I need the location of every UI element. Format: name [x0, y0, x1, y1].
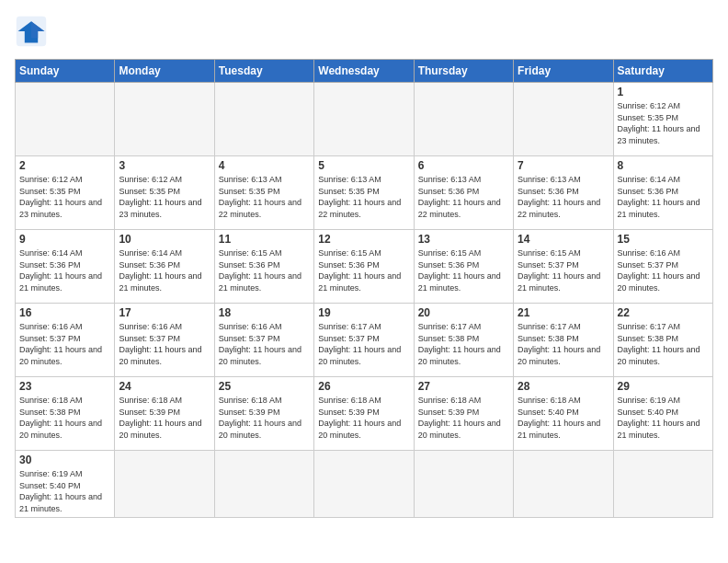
day-info: Sunrise: 6:13 AMSunset: 5:36 PMDaylight:…: [418, 174, 509, 220]
day-info: Sunrise: 6:16 AMSunset: 5:37 PMDaylight:…: [219, 321, 310, 367]
day-number: 8: [618, 159, 709, 172]
day-number: 17: [119, 306, 210, 319]
calendar-cell: [214, 451, 313, 518]
logo: [15, 15, 53, 48]
day-number: 21: [518, 306, 609, 319]
day-header-monday: Monday: [115, 60, 214, 83]
calendar-week-row: 1Sunrise: 6:12 AMSunset: 5:35 PMDaylight…: [16, 83, 713, 156]
calendar-cell: 1Sunrise: 6:12 AMSunset: 5:35 PMDaylight…: [613, 83, 712, 156]
day-number: 22: [618, 306, 709, 319]
calendar-cell: [115, 83, 214, 156]
calendar-cell: [314, 83, 414, 156]
day-info: Sunrise: 6:15 AMSunset: 5:37 PMDaylight:…: [518, 247, 609, 293]
day-info: Sunrise: 6:12 AMSunset: 5:35 PMDaylight:…: [119, 174, 210, 220]
day-info: Sunrise: 6:17 AMSunset: 5:37 PMDaylight:…: [318, 321, 409, 367]
calendar-cell: 26Sunrise: 6:18 AMSunset: 5:39 PMDayligh…: [314, 377, 414, 451]
calendar-cell: 9Sunrise: 6:14 AMSunset: 5:36 PMDaylight…: [16, 230, 115, 304]
day-info: Sunrise: 6:18 AMSunset: 5:39 PMDaylight:…: [219, 395, 310, 441]
day-number: 10: [119, 233, 210, 246]
calendar-cell: 12Sunrise: 6:15 AMSunset: 5:36 PMDayligh…: [314, 230, 414, 304]
day-number: 16: [19, 306, 110, 319]
day-number: 28: [518, 380, 609, 393]
calendar-cell: 5Sunrise: 6:13 AMSunset: 5:35 PMDaylight…: [314, 156, 414, 230]
calendar-header-row: SundayMondayTuesdayWednesdayThursdayFrid…: [16, 60, 713, 83]
day-header-saturday: Saturday: [613, 60, 712, 83]
day-number: 5: [318, 159, 409, 172]
calendar-cell: 19Sunrise: 6:17 AMSunset: 5:37 PMDayligh…: [314, 304, 414, 377]
day-info: Sunrise: 6:14 AMSunset: 5:36 PMDaylight:…: [618, 174, 709, 220]
day-header-tuesday: Tuesday: [214, 60, 313, 83]
calendar-cell: [514, 451, 613, 518]
day-number: 24: [119, 380, 210, 393]
calendar-cell: 15Sunrise: 6:16 AMSunset: 5:37 PMDayligh…: [613, 230, 712, 304]
calendar-cell: 11Sunrise: 6:15 AMSunset: 5:36 PMDayligh…: [214, 230, 313, 304]
calendar-cell: 8Sunrise: 6:14 AMSunset: 5:36 PMDaylight…: [613, 156, 712, 230]
calendar-cell: [414, 83, 513, 156]
calendar-cell: 30Sunrise: 6:19 AMSunset: 5:40 PMDayligh…: [16, 451, 115, 518]
calendar-table: SundayMondayTuesdayWednesdayThursdayFrid…: [15, 59, 713, 518]
day-info: Sunrise: 6:17 AMSunset: 5:38 PMDaylight:…: [418, 321, 509, 367]
day-info: Sunrise: 6:14 AMSunset: 5:36 PMDaylight:…: [19, 247, 110, 293]
calendar-cell: 20Sunrise: 6:17 AMSunset: 5:38 PMDayligh…: [414, 304, 513, 377]
calendar-cell: 2Sunrise: 6:12 AMSunset: 5:35 PMDaylight…: [16, 156, 115, 230]
day-info: Sunrise: 6:12 AMSunset: 5:35 PMDaylight:…: [618, 100, 709, 146]
calendar-cell: [115, 451, 214, 518]
day-number: 3: [119, 159, 210, 172]
calendar-cell: 29Sunrise: 6:19 AMSunset: 5:40 PMDayligh…: [613, 377, 712, 451]
calendar-cell: [613, 451, 712, 518]
day-header-wednesday: Wednesday: [314, 60, 414, 83]
calendar-week-row: 2Sunrise: 6:12 AMSunset: 5:35 PMDaylight…: [16, 156, 713, 230]
day-header-friday: Friday: [514, 60, 613, 83]
day-number: 25: [219, 380, 310, 393]
calendar-week-row: 16Sunrise: 6:16 AMSunset: 5:37 PMDayligh…: [16, 304, 713, 377]
day-info: Sunrise: 6:14 AMSunset: 5:36 PMDaylight:…: [119, 247, 210, 293]
calendar-cell: 24Sunrise: 6:18 AMSunset: 5:39 PMDayligh…: [115, 377, 214, 451]
day-number: 29: [618, 380, 709, 393]
day-number: 14: [518, 233, 609, 246]
day-info: Sunrise: 6:18 AMSunset: 5:39 PMDaylight:…: [119, 395, 210, 441]
calendar-cell: 6Sunrise: 6:13 AMSunset: 5:36 PMDaylight…: [414, 156, 513, 230]
day-number: 18: [219, 306, 310, 319]
calendar-cell: 17Sunrise: 6:16 AMSunset: 5:37 PMDayligh…: [115, 304, 214, 377]
day-number: 20: [418, 306, 509, 319]
day-number: 7: [518, 159, 609, 172]
day-info: Sunrise: 6:16 AMSunset: 5:37 PMDaylight:…: [119, 321, 210, 367]
day-info: Sunrise: 6:19 AMSunset: 5:40 PMDaylight:…: [618, 395, 709, 441]
calendar-cell: [314, 451, 414, 518]
calendar-cell: 27Sunrise: 6:18 AMSunset: 5:39 PMDayligh…: [414, 377, 513, 451]
day-info: Sunrise: 6:15 AMSunset: 5:36 PMDaylight:…: [219, 247, 310, 293]
day-info: Sunrise: 6:18 AMSunset: 5:38 PMDaylight:…: [19, 395, 110, 441]
day-info: Sunrise: 6:13 AMSunset: 5:36 PMDaylight:…: [518, 174, 609, 220]
calendar-cell: 18Sunrise: 6:16 AMSunset: 5:37 PMDayligh…: [214, 304, 313, 377]
day-info: Sunrise: 6:15 AMSunset: 5:36 PMDaylight:…: [418, 247, 509, 293]
day-info: Sunrise: 6:18 AMSunset: 5:40 PMDaylight:…: [518, 395, 609, 441]
day-info: Sunrise: 6:13 AMSunset: 5:35 PMDaylight:…: [318, 174, 409, 220]
calendar-cell: 28Sunrise: 6:18 AMSunset: 5:40 PMDayligh…: [514, 377, 613, 451]
calendar-cell: 10Sunrise: 6:14 AMSunset: 5:36 PMDayligh…: [115, 230, 214, 304]
day-info: Sunrise: 6:18 AMSunset: 5:39 PMDaylight:…: [418, 395, 509, 441]
calendar-week-row: 9Sunrise: 6:14 AMSunset: 5:36 PMDaylight…: [16, 230, 713, 304]
calendar-cell: 3Sunrise: 6:12 AMSunset: 5:35 PMDaylight…: [115, 156, 214, 230]
calendar-cell: 4Sunrise: 6:13 AMSunset: 5:35 PMDaylight…: [214, 156, 313, 230]
calendar-cell: [214, 83, 313, 156]
day-info: Sunrise: 6:17 AMSunset: 5:38 PMDaylight:…: [518, 321, 609, 367]
day-info: Sunrise: 6:18 AMSunset: 5:39 PMDaylight:…: [318, 395, 409, 441]
day-number: 11: [219, 233, 310, 246]
calendar-cell: 25Sunrise: 6:18 AMSunset: 5:39 PMDayligh…: [214, 377, 313, 451]
day-info: Sunrise: 6:16 AMSunset: 5:37 PMDaylight:…: [19, 321, 110, 367]
day-number: 19: [318, 306, 409, 319]
day-info: Sunrise: 6:15 AMSunset: 5:36 PMDaylight:…: [318, 247, 409, 293]
logo-icon: [15, 15, 48, 48]
day-number: 1: [618, 86, 709, 98]
calendar-cell: 16Sunrise: 6:16 AMSunset: 5:37 PMDayligh…: [16, 304, 115, 377]
day-number: 26: [318, 380, 409, 393]
calendar-cell: 7Sunrise: 6:13 AMSunset: 5:36 PMDaylight…: [514, 156, 613, 230]
calendar-week-row: 23Sunrise: 6:18 AMSunset: 5:38 PMDayligh…: [16, 377, 713, 451]
day-header-sunday: Sunday: [16, 60, 115, 83]
day-number: 27: [418, 380, 509, 393]
calendar-cell: 22Sunrise: 6:17 AMSunset: 5:38 PMDayligh…: [613, 304, 712, 377]
day-number: 23: [19, 380, 110, 393]
calendar-cell: [414, 451, 513, 518]
calendar-week-row: 30Sunrise: 6:19 AMSunset: 5:40 PMDayligh…: [16, 451, 713, 518]
day-number: 2: [19, 159, 110, 172]
